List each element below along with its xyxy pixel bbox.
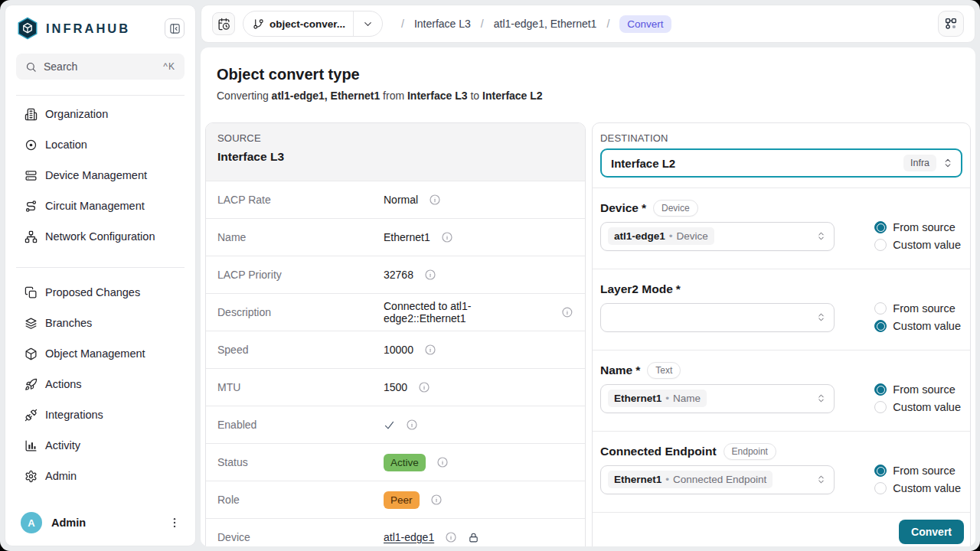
- sidebar-item-circuit-management[interactable]: Circuit Management: [13, 191, 188, 221]
- info-icon[interactable]: [436, 456, 449, 468]
- search-placeholder: Search: [44, 60, 77, 73]
- layer2-mode-value-select[interactable]: [600, 303, 835, 332]
- device-value-select[interactable]: atl1-edge1•Device: [600, 222, 835, 251]
- sidebar-item-label: Actions: [45, 378, 82, 390]
- chevron-down-icon: [362, 18, 374, 30]
- bar-chart-icon: [24, 439, 38, 452]
- name-value-select[interactable]: Ethernet1•Name: [600, 384, 835, 413]
- selected-value-pill: Ethernet1•Name: [608, 390, 707, 407]
- rocket-icon: [24, 378, 38, 391]
- app-window: INFRAHUB Search ^K Organization Location…: [0, 0, 980, 551]
- value-source-radio-group: From source Custom value: [874, 383, 962, 413]
- info-icon[interactable]: [561, 306, 573, 318]
- network-icon: [24, 230, 38, 243]
- sidebar-item-integrations[interactable]: Integrations: [13, 399, 188, 430]
- selected-value-pill: Ethernet1•Connected Endpoint: [608, 471, 773, 488]
- chevrons-up-down-icon: [816, 393, 826, 403]
- radio-custom-value[interactable]: Custom value: [874, 482, 961, 494]
- sidebar-item-admin[interactable]: Admin: [13, 461, 188, 491]
- location-target-icon: [24, 139, 38, 152]
- sidebar-item-label: Network Configuration: [45, 230, 155, 243]
- sidebar-item-label: Activity: [45, 439, 80, 452]
- user-row: A Admin: [5, 501, 195, 546]
- sidebar-item-network-configuration[interactable]: Network Configuration: [13, 221, 188, 252]
- value-source-radio-group: From source Custom value: [874, 302, 962, 332]
- schema-visualizer-button[interactable]: [938, 11, 964, 37]
- breadcrumb-item-object[interactable]: atl1-edge1, Ethernet1: [494, 18, 597, 30]
- sidebar-item-activity[interactable]: Activity: [13, 430, 188, 461]
- field-label: Layer2 Mode: [600, 282, 673, 296]
- breadcrumb-item-interface-l3[interactable]: Interface L3: [414, 18, 471, 30]
- search-input[interactable]: Search ^K: [16, 54, 185, 80]
- checkmark-icon: [384, 419, 395, 431]
- required-asterisk: *: [642, 201, 646, 215]
- sidebar-item-organization[interactable]: Organization: [13, 99, 188, 129]
- user-menu-button[interactable]: [168, 516, 181, 530]
- breadcrumb-separator: /: [401, 18, 404, 30]
- sidebar-item-label: Location: [45, 139, 87, 151]
- field-kind-badge: Endpoint: [724, 443, 776, 460]
- branch-dropdown-toggle[interactable]: [354, 18, 382, 30]
- radio-from-source[interactable]: From source: [874, 383, 961, 396]
- source-heading: SOURCE: [217, 132, 573, 144]
- sidebar-item-device-management[interactable]: Device Management: [13, 160, 188, 191]
- destination-panel: DESTINATION Interface L2 Infra Device * …: [592, 122, 971, 546]
- destination-panel-header: DESTINATION Interface L2 Infra: [593, 123, 970, 187]
- value-source-radio-group: From source Custom value: [874, 465, 962, 494]
- panel-collapse-icon: [169, 23, 181, 34]
- connected-endpoint-value-select[interactable]: Ethernet1•Connected Endpoint: [600, 465, 835, 494]
- branch-name: object-conver...: [270, 18, 345, 30]
- info-icon[interactable]: [406, 419, 418, 431]
- sidebar-item-label: Circuit Management: [45, 200, 145, 212]
- layers-icon: [24, 317, 38, 330]
- field-device: Device * Device atl1-edge1•Device From s…: [593, 187, 970, 269]
- source-type-name: Interface L3: [217, 150, 573, 164]
- source-row-role: Role Peer: [206, 481, 585, 518]
- sidebar-collapse-button[interactable]: [165, 18, 185, 38]
- radio-from-source[interactable]: From source: [874, 221, 961, 233]
- convert-button[interactable]: Convert: [899, 520, 964, 544]
- sidebar-item-actions[interactable]: Actions: [13, 369, 188, 399]
- sidebar-item-location[interactable]: Location: [13, 129, 188, 160]
- radio-custom-value[interactable]: Custom value: [874, 401, 961, 413]
- source-row-device: Device atl1-edge1: [206, 518, 585, 546]
- radio-custom-value[interactable]: Custom value: [874, 320, 961, 332]
- destination-type-select[interactable]: Interface L2 Infra: [600, 148, 962, 178]
- info-icon[interactable]: [418, 381, 430, 393]
- row-value: 10000: [384, 344, 413, 356]
- info-icon[interactable]: [441, 231, 453, 243]
- field-label: Device: [600, 201, 639, 215]
- radio-dot: [874, 302, 887, 315]
- field-label: Connected Endpoint: [600, 445, 717, 458]
- field-kind-badge: Text: [647, 362, 681, 379]
- value-source-radio-group: From source Custom value: [874, 221, 962, 251]
- time-travel-button[interactable]: [212, 12, 235, 35]
- field-kind-badge: Device: [653, 200, 698, 217]
- source-row-name: Name Ethernet1: [206, 218, 585, 256]
- sidebar-item-label: Branches: [45, 317, 92, 329]
- info-icon[interactable]: [429, 194, 441, 206]
- search-icon: [25, 61, 37, 73]
- row-value: Connected to atl1-edge2::Ethernet1: [384, 300, 550, 324]
- info-icon[interactable]: [424, 269, 436, 281]
- role-badge: Peer: [384, 491, 420, 509]
- sidebar-item-object-management[interactable]: Object Management: [13, 338, 188, 369]
- destination-footer: Convert: [593, 512, 970, 546]
- radio-custom-value[interactable]: Custom value: [874, 239, 961, 251]
- nav-primary: Organization Location Device Management …: [5, 96, 195, 252]
- device-link[interactable]: atl1-edge1: [384, 531, 434, 543]
- info-icon[interactable]: [424, 344, 436, 356]
- radio-from-source[interactable]: From source: [874, 465, 961, 477]
- namespace-badge: Infra: [903, 155, 936, 171]
- radio-dot: [874, 401, 887, 413]
- sidebar-item-branches[interactable]: Branches: [13, 308, 188, 338]
- calendar-clock-icon: [217, 18, 230, 31]
- info-icon[interactable]: [430, 494, 443, 506]
- proposed-changes-icon: [24, 286, 38, 299]
- radio-from-source[interactable]: From source: [874, 302, 961, 315]
- radio-dot: [874, 383, 887, 396]
- top-bar: object-conver... / Interface L3 / atl1-e…: [201, 5, 975, 43]
- sidebar-item-proposed-changes[interactable]: Proposed Changes: [13, 277, 188, 308]
- branch-selector[interactable]: object-conver...: [243, 11, 383, 37]
- info-icon[interactable]: [445, 531, 457, 543]
